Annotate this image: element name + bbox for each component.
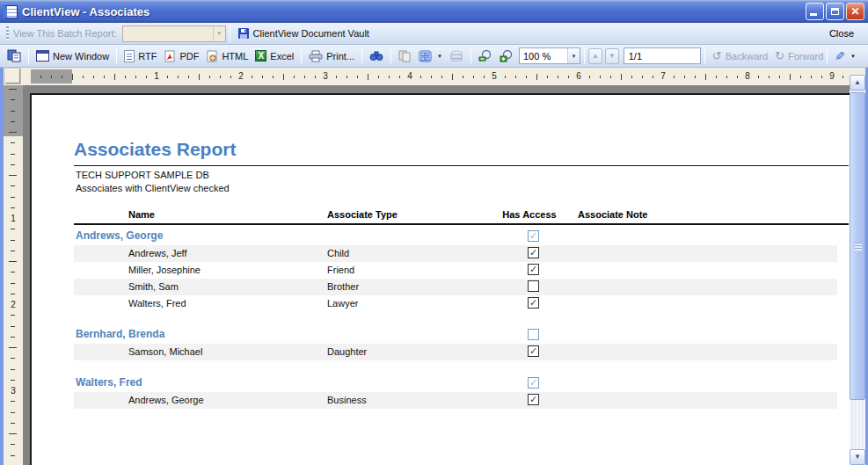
- rtf-label: RTF: [138, 51, 157, 62]
- ruler-tick: [9, 433, 17, 434]
- excel-icon: X: [255, 50, 266, 62]
- ruler-tick: [262, 76, 263, 78]
- ruler-tick: [684, 76, 685, 78]
- zoom-out-icon: [478, 49, 492, 62]
- scroll-down-button[interactable]: ▼: [850, 449, 865, 465]
- export-html-button[interactable]: HTML: [202, 49, 252, 63]
- ruler-tick: [51, 76, 52, 78]
- ruler-tick: [11, 380, 15, 381]
- zoom-out-button[interactable]: [475, 48, 496, 63]
- column-header-name: Name: [128, 209, 155, 220]
- ruler-tick: [473, 76, 474, 78]
- multiple-pages-button[interactable]: ▼: [415, 49, 446, 63]
- ruler-tick: [11, 401, 15, 402]
- ruler-number: 1: [4, 214, 23, 223]
- ruler-tick: [378, 76, 379, 78]
- close-window-button[interactable]: ✕: [846, 3, 864, 20]
- close-preview-button[interactable]: Close: [821, 26, 863, 40]
- ruler-tick: [399, 76, 400, 78]
- ruler-tick: [336, 76, 337, 78]
- ruler-tick: [9, 132, 17, 133]
- ruler-tick: [11, 229, 15, 229]
- scroll-up-button[interactable]: ▲: [850, 75, 865, 91]
- associate-type: Lawyer: [327, 298, 358, 309]
- find-button[interactable]: [366, 49, 387, 62]
- export-rtf-button[interactable]: RTF: [120, 49, 160, 63]
- associate-name: Miller, Josephine: [128, 265, 201, 275]
- ruler-tick: [11, 142, 15, 143]
- ruler-number: 6: [576, 71, 581, 81]
- zoom-level-combo[interactable]: 100 % ▼: [519, 47, 580, 64]
- pen-icon: ✎: [835, 49, 845, 63]
- ruler-tick: [842, 76, 843, 78]
- ruler-tick: [11, 358, 15, 359]
- ruler-tick: [463, 76, 463, 78]
- ruler-tick: [83, 76, 84, 78]
- new-window-button[interactable]: New Window: [33, 49, 113, 62]
- vertical-ruler: 123: [4, 85, 23, 465]
- copy-page-icon: [398, 50, 412, 62]
- ruler-number: 3: [4, 386, 23, 396]
- minimize-button[interactable]: [806, 3, 824, 20]
- ruler-tick: [11, 455, 15, 456]
- associate-name: Samson, Michael: [128, 346, 202, 357]
- ruler-tick: [11, 240, 15, 241]
- ruler-tick: [769, 76, 770, 78]
- titlebar: ClientView - Associates ✕: [0, 0, 868, 23]
- ruler-tick: [389, 76, 390, 78]
- ruler-tick: [642, 76, 643, 78]
- ruler-tick: [790, 74, 791, 80]
- separator: [361, 47, 362, 64]
- ruler-tick: [420, 76, 421, 78]
- ruler-tick: [368, 74, 368, 80]
- associate-row: Walters, FredLawyer✓: [32, 295, 851, 312]
- report-database-line: TECH SUPPORT SAMPLE DB: [76, 170, 209, 180]
- ruler-number: 1: [154, 71, 159, 81]
- document-vault-button[interactable]: ClientView Document Vault: [234, 26, 373, 40]
- ruler-tick: [294, 76, 295, 78]
- app-icon: [4, 5, 18, 18]
- associate-type: Business: [327, 395, 367, 405]
- ruler-tick: [188, 76, 189, 78]
- page-number-field[interactable]: 1/1: [624, 47, 701, 64]
- export-pdf-button[interactable]: PDF: [160, 49, 202, 63]
- has-access-checkbox: [528, 280, 539, 292]
- ruler-tick: [273, 76, 274, 78]
- group-has-access-checkbox: [528, 329, 539, 340]
- ruler-number: 2: [238, 71, 244, 81]
- ruler-tick: [167, 76, 168, 78]
- ruler-tick: [104, 76, 105, 78]
- excel-label: Excel: [270, 51, 294, 62]
- ruler-tick: [9, 261, 17, 262]
- report-view-button[interactable]: [4, 48, 25, 63]
- ruler-number: 7: [660, 71, 666, 81]
- ruler-tick: [431, 76, 432, 78]
- ruler-tick: [135, 76, 136, 78]
- save-disk-icon: [237, 27, 250, 40]
- ruler-tick: [230, 76, 231, 78]
- toolbar-grip[interactable]: [6, 26, 9, 40]
- previous-page-button: ▲: [588, 48, 602, 64]
- main-toolbar: New Window RTF PDF HTML X Excel Print...: [0, 45, 868, 68]
- scrollbar-thumb[interactable]: [850, 92, 865, 400]
- zoom-in-button[interactable]: [496, 48, 517, 63]
- ruler-tick: [441, 76, 442, 78]
- ruler-tick: [779, 76, 780, 78]
- ruler-tick: [11, 326, 15, 327]
- zoom-level-value: 100 %: [523, 51, 551, 62]
- maximize-button[interactable]: [826, 3, 844, 20]
- export-excel-button[interactable]: X Excel: [252, 49, 297, 62]
- multiple-pages-icon: [419, 50, 432, 62]
- report-body: Andrews, George✓Andrews, JeffChild✓Mille…: [32, 229, 851, 424]
- new-window-label: New Window: [53, 51, 109, 62]
- has-access-checkbox: ✓: [528, 247, 539, 258]
- ruler-tick: [146, 76, 147, 78]
- annotation-button[interactable]: ✎ ▼: [831, 48, 859, 64]
- arrow-up-icon: ▲: [592, 53, 599, 60]
- associate-name: Andrews, George: [128, 395, 204, 405]
- report-filter-line: Associates with ClientView checked: [76, 183, 230, 193]
- ruler-tick: [11, 99, 15, 100]
- print-button[interactable]: Print...: [305, 49, 358, 63]
- vertical-scrollbar[interactable]: ▲ ▼: [850, 75, 865, 465]
- column-header-associate-type: Associate Type: [327, 209, 398, 220]
